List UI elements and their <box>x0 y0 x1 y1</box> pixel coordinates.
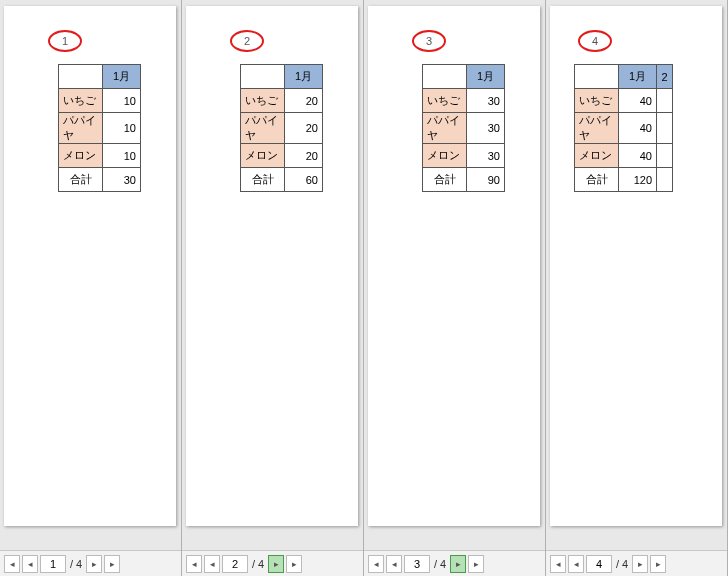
next-icon: ▸ <box>92 559 97 569</box>
value-cell: 10 <box>103 113 141 144</box>
total-cell: 60 <box>285 168 323 192</box>
value-cell: 20 <box>285 144 323 168</box>
prev-page-button[interactable]: ◂ <box>22 555 38 573</box>
row-label: いちご <box>575 89 619 113</box>
last-page-button[interactable]: ▸ <box>104 555 120 573</box>
total-cell <box>657 168 673 192</box>
value-cell: 10 <box>103 89 141 113</box>
last-icon: ▸ <box>656 559 661 569</box>
prev-page-button[interactable]: ◂ <box>386 555 402 573</box>
value-cell: 40 <box>619 144 657 168</box>
data-table: 1月 いちご 10 パパイヤ 10 メロン 10 合計 30 <box>58 64 141 192</box>
value-cell: 10 <box>103 144 141 168</box>
page-input[interactable] <box>40 555 66 573</box>
value-cell <box>657 144 673 168</box>
row-label: パパイヤ <box>575 113 619 144</box>
table-row: パパイヤ30 <box>423 113 505 144</box>
row-label: パパイヤ <box>59 113 103 144</box>
table-row: いちご 10 <box>59 89 141 113</box>
table-row: 合計60 <box>241 168 323 192</box>
preview-area: 2 1月 いちご20 パパイヤ20 メロン20 合計60 <box>182 0 363 550</box>
page-number-circle: 2 <box>230 30 264 52</box>
preview-panel-4: 4 1月 2 いちご40 パパイヤ40 メロン40 合計120 ◂ ◂ / 4 … <box>546 0 728 576</box>
first-page-button[interactable]: ◂ <box>368 555 384 573</box>
next-page-button[interactable]: ▸ <box>450 555 466 573</box>
table-row: 1月 2 <box>575 65 673 89</box>
table-row: いちご20 <box>241 89 323 113</box>
row-label: メロン <box>59 144 103 168</box>
prev-page-button[interactable]: ◂ <box>204 555 220 573</box>
last-icon: ▸ <box>292 559 297 569</box>
row-label: いちご <box>59 89 103 113</box>
page-navigation: ◂ ◂ / 4 ▸ ▸ <box>0 550 181 576</box>
next-page-button[interactable]: ▸ <box>86 555 102 573</box>
preview-panel-2: 2 1月 いちご20 パパイヤ20 メロン20 合計60 ◂ ◂ / 4 ▸ ▸ <box>182 0 364 576</box>
first-icon: ◂ <box>10 559 15 569</box>
first-page-button[interactable]: ◂ <box>186 555 202 573</box>
prev-icon: ◂ <box>574 559 579 569</box>
month-header: 1月 <box>619 65 657 89</box>
row-label: パパイヤ <box>423 113 467 144</box>
preview-area: 3 1月 いちご30 パパイヤ30 メロン30 合計90 <box>364 0 545 550</box>
value-cell: 20 <box>285 113 323 144</box>
data-table: 1月 いちご30 パパイヤ30 メロン30 合計90 <box>422 64 505 192</box>
page-input[interactable] <box>586 555 612 573</box>
page-total: / 4 <box>434 558 446 570</box>
table-row: メロン40 <box>575 144 673 168</box>
preview-panel-3: 3 1月 いちご30 パパイヤ30 メロン30 合計90 ◂ ◂ / 4 ▸ ▸ <box>364 0 546 576</box>
total-cell: 90 <box>467 168 505 192</box>
page: 3 1月 いちご30 パパイヤ30 メロン30 合計90 <box>368 6 540 526</box>
first-icon: ◂ <box>374 559 379 569</box>
month-header: 1月 <box>103 65 141 89</box>
table-row: パパイヤ20 <box>241 113 323 144</box>
page-number-circle: 3 <box>412 30 446 52</box>
first-icon: ◂ <box>556 559 561 569</box>
row-label: メロン <box>575 144 619 168</box>
data-table: 1月 いちご20 パパイヤ20 メロン20 合計60 <box>240 64 323 192</box>
next-icon: ▸ <box>638 559 643 569</box>
prev-page-button[interactable]: ◂ <box>568 555 584 573</box>
value-cell <box>657 113 673 144</box>
page-total: / 4 <box>616 558 628 570</box>
next-icon: ▸ <box>456 559 461 569</box>
table-row: メロン20 <box>241 144 323 168</box>
row-label: パパイヤ <box>241 113 285 144</box>
total-cell: 30 <box>103 168 141 192</box>
corner-cell <box>423 65 467 89</box>
total-cell: 120 <box>619 168 657 192</box>
last-page-button[interactable]: ▸ <box>468 555 484 573</box>
table-row: メロン30 <box>423 144 505 168</box>
last-icon: ▸ <box>110 559 115 569</box>
table-row: いちご40 <box>575 89 673 113</box>
total-label: 合計 <box>575 168 619 192</box>
page-number-circle: 4 <box>578 30 612 52</box>
total-label: 合計 <box>423 168 467 192</box>
last-page-button[interactable]: ▸ <box>650 555 666 573</box>
table-row: 1月 <box>241 65 323 89</box>
value-cell: 20 <box>285 89 323 113</box>
month-header-2: 2 <box>657 65 673 89</box>
page-total: / 4 <box>252 558 264 570</box>
value-cell <box>657 89 673 113</box>
first-page-button[interactable]: ◂ <box>4 555 20 573</box>
page: 4 1月 2 いちご40 パパイヤ40 メロン40 合計120 <box>550 6 722 526</box>
prev-icon: ◂ <box>210 559 215 569</box>
next-page-button[interactable]: ▸ <box>632 555 648 573</box>
first-page-button[interactable]: ◂ <box>550 555 566 573</box>
month-header: 1月 <box>285 65 323 89</box>
row-label: メロン <box>241 144 285 168</box>
row-label: いちご <box>423 89 467 113</box>
table-row: 1月 <box>59 65 141 89</box>
value-cell: 40 <box>619 89 657 113</box>
page-input[interactable] <box>404 555 430 573</box>
last-page-button[interactable]: ▸ <box>286 555 302 573</box>
month-header: 1月 <box>467 65 505 89</box>
preview-panel-1: 1 1月 いちご 10 パパイヤ 10 メロン 10 <box>0 0 182 576</box>
page-total: / 4 <box>70 558 82 570</box>
page-number-circle: 1 <box>48 30 82 52</box>
table-row: パパイヤ40 <box>575 113 673 144</box>
next-page-button[interactable]: ▸ <box>268 555 284 573</box>
table-row: いちご30 <box>423 89 505 113</box>
page-input[interactable] <box>222 555 248 573</box>
page-navigation: ◂ ◂ / 4 ▸ ▸ <box>546 550 727 576</box>
